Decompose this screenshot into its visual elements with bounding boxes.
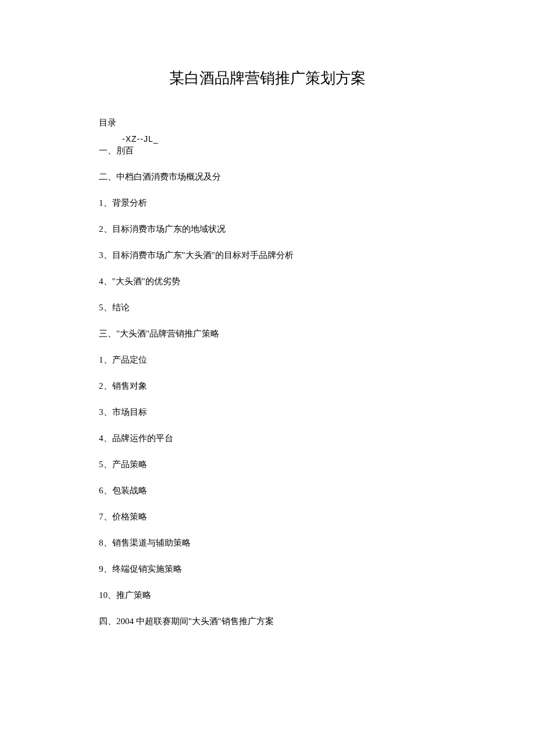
toc-item: 三、"大头酒"品牌营销推广策略 <box>99 328 436 340</box>
toc-item: 四、2004 中超联赛期间"大头酒"销售推广方案 <box>99 615 436 628</box>
toc-item: 5、结论 <box>99 302 436 314</box>
annotation-text: -XZ--JL_ <box>122 134 436 144</box>
toc-item: 一、刖百 <box>99 145 436 157</box>
document-title: 某白酒品牌营销推广策划方案 <box>99 68 436 88</box>
toc-item: 2、销售对象 <box>99 380 436 392</box>
toc-item: 1、产品定位 <box>99 354 436 366</box>
toc-item: 5、产品策略 <box>99 458 436 471</box>
toc-heading: 目录 <box>99 117 436 128</box>
toc-item: 4、"大头酒"的优劣势 <box>99 275 436 288</box>
toc-item: 10、推广策略 <box>99 589 436 601</box>
toc-item: 6、包装战略 <box>99 485 436 497</box>
toc-item: 4、品牌运作的平台 <box>99 432 436 445</box>
toc-item: 9、终端促销实施策略 <box>99 563 436 575</box>
toc-item: 2、目标消费市场广东的地域状况 <box>99 223 436 235</box>
toc-item: 二、中档白酒消费市场概况及分 <box>99 171 436 183</box>
document-page: 某白酒品牌营销推广策划方案 目录 -XZ--JL_ 一、刖百 二、中档白酒消费市… <box>0 0 535 674</box>
toc-item: 3、市场目标 <box>99 406 436 418</box>
toc-item: 8、销售渠道与辅助策略 <box>99 537 436 549</box>
toc-item: 7、价格策略 <box>99 511 436 523</box>
toc-item: 1、背景分析 <box>99 197 436 209</box>
toc-item: 3、目标消费市场广东"大头酒"的目标对手品牌分析 <box>99 249 436 261</box>
